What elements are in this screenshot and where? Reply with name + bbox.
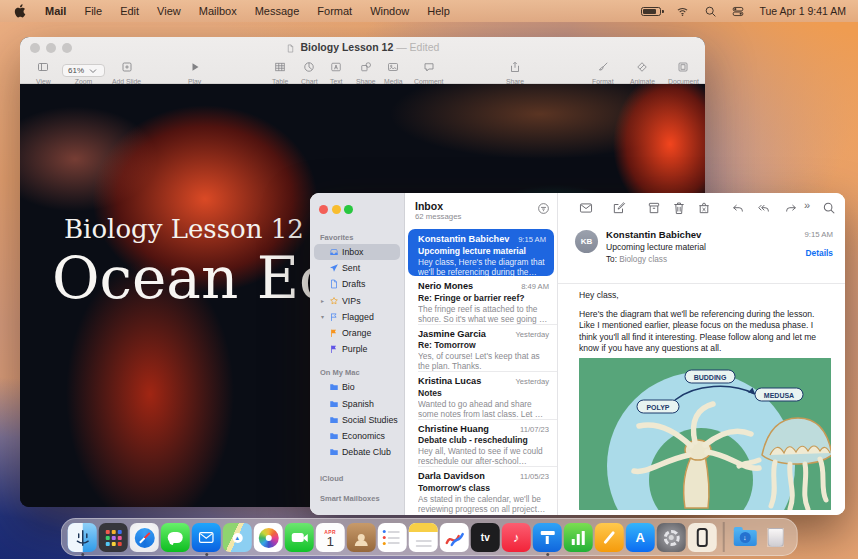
play-button[interactable]: Play xyxy=(188,59,201,85)
filter-icon[interactable] xyxy=(537,202,550,215)
animate-button[interactable]: Animate xyxy=(630,59,655,85)
menu-message[interactable]: Message xyxy=(246,5,309,17)
sidebar-item-flagged[interactable]: ▾Flagged xyxy=(314,309,400,325)
dock-facetime-icon[interactable] xyxy=(285,523,314,552)
control-center-icon[interactable] xyxy=(731,5,745,18)
menu-view[interactable]: View xyxy=(148,5,190,17)
media-button[interactable]: Media xyxy=(384,59,403,85)
message-row[interactable]: Konstantin Babichev9:15 AM Upcoming lect… xyxy=(408,229,554,276)
dock-contacts-icon[interactable] xyxy=(347,523,376,552)
sidebar-folder-spanish[interactable]: Spanish xyxy=(314,396,400,412)
message-row[interactable]: Kristina LucasYesterday Notes Wanted to … xyxy=(405,371,557,419)
get-mail-icon[interactable] xyxy=(579,201,593,215)
dock-calendar-icon[interactable]: APR1 xyxy=(316,523,345,552)
dock-maps-icon[interactable]: ▲ xyxy=(223,523,252,552)
search-icon[interactable] xyxy=(704,5,717,18)
text-button[interactable]: Text xyxy=(330,59,342,85)
menu-bar-clock[interactable]: Tue Apr 1 9:41 AM xyxy=(759,5,846,17)
menu-format[interactable]: Format xyxy=(308,5,361,17)
dock-freeform-icon[interactable] xyxy=(440,523,469,552)
sidebar-item-sent[interactable]: Sent xyxy=(314,260,400,276)
dock-apple-tv-icon[interactable]: tv xyxy=(471,523,500,552)
apple-menu-icon[interactable] xyxy=(14,4,26,18)
message-row[interactable]: Darla Davidson11/05/23 Tomorrow's class … xyxy=(405,466,557,514)
dock-notes-icon[interactable] xyxy=(409,523,438,552)
sidebar-item-drafts[interactable]: Drafts xyxy=(314,276,400,292)
dock-reminders-icon[interactable] xyxy=(378,523,407,552)
detail-subject: Upcoming lecture material xyxy=(606,242,706,252)
dock-numbers-icon[interactable] xyxy=(564,523,593,552)
dock-safari-icon[interactable] xyxy=(130,523,159,552)
document-button[interactable]: Document xyxy=(668,59,699,85)
jellyfish-diagram-attachment[interactable]: POLYP BUDDING MEDUSA xyxy=(579,358,831,510)
view-button[interactable]: View xyxy=(36,59,51,85)
dock-downloads-folder-icon[interactable]: ↓ xyxy=(730,523,759,552)
add-slide-button[interactable]: Add Slide xyxy=(112,59,141,85)
junk-icon[interactable] xyxy=(697,201,711,215)
zoom-button[interactable] xyxy=(344,205,353,214)
message-sender: Jasmine Garcia xyxy=(418,329,486,339)
search-icon[interactable] xyxy=(822,201,836,215)
sidebar-folder-social-studies[interactable]: Social Studies xyxy=(314,412,400,428)
avatar: KB xyxy=(575,230,598,253)
share-button[interactable]: Share xyxy=(506,59,524,85)
message-row[interactable]: Christine Huang11/07/23 Debate club - re… xyxy=(405,419,557,467)
minimize-button[interactable] xyxy=(332,205,341,214)
chevron-right-icon[interactable]: ▸ xyxy=(319,297,326,304)
mail-traffic-lights[interactable] xyxy=(319,205,353,214)
sidebar-header-smart-mailboxes[interactable]: Smart Mailboxes xyxy=(320,494,404,503)
dock-launchpad-icon[interactable] xyxy=(99,523,128,552)
chart-button[interactable]: Chart xyxy=(301,59,318,85)
sidebar-item-label: Bio xyxy=(342,382,355,392)
sidebar-item-label: Economics xyxy=(342,431,385,441)
wifi-icon[interactable] xyxy=(675,5,690,18)
dock-trash-icon[interactable] xyxy=(761,523,790,552)
reply-all-icon[interactable] xyxy=(757,201,771,215)
message-row[interactable]: Nerio Mones8:49 AM Re: Fringe or barrier… xyxy=(405,276,557,324)
menu-file[interactable]: File xyxy=(75,5,111,17)
sidebar-header-favorites: Favorites xyxy=(320,233,404,242)
compose-icon[interactable] xyxy=(612,201,626,215)
menu-help[interactable]: Help xyxy=(418,5,459,17)
dock-system-settings-icon[interactable] xyxy=(657,523,686,552)
comment-button[interactable]: Comment xyxy=(414,59,443,85)
desktop: Mail File Edit View Mailbox Message Form… xyxy=(0,0,858,559)
battery-icon[interactable] xyxy=(641,7,661,16)
archive-icon[interactable] xyxy=(647,201,661,215)
sidebar-item-label: Debate Club xyxy=(342,447,391,457)
sidebar-folder-bio[interactable]: Bio xyxy=(314,379,400,395)
dock-messages-icon[interactable] xyxy=(161,523,190,552)
format-button[interactable]: Format xyxy=(592,59,614,85)
sidebar-item-inbox[interactable]: Inbox xyxy=(314,244,400,260)
table-button[interactable]: Table xyxy=(272,59,288,85)
menu-window[interactable]: Window xyxy=(361,5,418,17)
dock-finder-icon[interactable] xyxy=(68,523,97,552)
details-link[interactable]: Details xyxy=(806,248,833,258)
sidebar-header-icloud[interactable]: iCloud xyxy=(320,474,404,483)
shape-button[interactable]: Shape xyxy=(356,59,376,85)
menu-mail[interactable]: Mail xyxy=(36,5,75,17)
message-row[interactable]: Jasmine GarciaYesterday Re: Tomorrow Yes… xyxy=(405,324,557,372)
sidebar-folder-debate-club[interactable]: Debate Club xyxy=(314,444,400,460)
dock-app-store-icon[interactable]: A xyxy=(626,523,655,552)
dock-music-icon[interactable]: ♪ xyxy=(502,523,531,552)
zoom-dropdown[interactable]: 61%Zoom xyxy=(62,59,105,85)
menu-mailbox[interactable]: Mailbox xyxy=(190,5,246,17)
dock-photos-icon[interactable] xyxy=(254,523,283,552)
forward-icon[interactable] xyxy=(784,201,798,215)
sidebar-item-purple-flag[interactable]: Purple xyxy=(324,341,400,357)
trash-icon[interactable] xyxy=(672,201,686,215)
reply-icon[interactable] xyxy=(731,201,745,215)
dock-iphone-mirroring-icon[interactable] xyxy=(688,523,717,552)
close-button[interactable] xyxy=(319,205,328,214)
dock-pages-icon[interactable] xyxy=(595,523,624,552)
sidebar-folder-economics[interactable]: Economics xyxy=(314,428,400,444)
sidebar-item-orange-flag[interactable]: Orange xyxy=(324,325,400,341)
message-header: KB Konstantin Babichev Upcoming lecture … xyxy=(558,222,845,284)
sidebar-item-vips[interactable]: ▸VIPs xyxy=(314,293,400,309)
dock-mail-icon[interactable] xyxy=(192,523,221,552)
dock-keynote-icon[interactable] xyxy=(533,523,562,552)
more-actions-icon[interactable]: » xyxy=(804,199,818,213)
menu-edit[interactable]: Edit xyxy=(111,5,148,17)
chevron-down-icon[interactable]: ▾ xyxy=(319,313,326,320)
